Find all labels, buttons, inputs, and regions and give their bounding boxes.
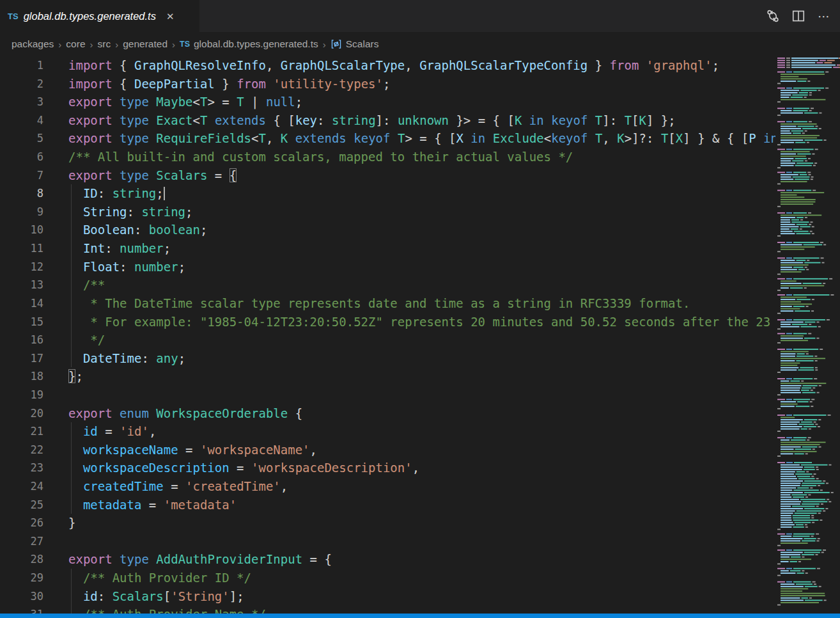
code-line-text[interactable]: }; [68, 367, 83, 386]
line-number[interactable]: 26 [0, 514, 43, 532]
code-line-text[interactable]: export type AddAuthProviderInput = { [68, 550, 332, 569]
code-line-text[interactable]: export enum WorkspaceOrderable { [68, 404, 302, 423]
code-line-text[interactable]: Boolean: boolean; [68, 221, 207, 239]
code-line[interactable]: 18}; [0, 367, 775, 386]
code-line[interactable]: 11 Int: number; [0, 239, 775, 258]
line-number[interactable]: 24 [0, 477, 43, 496]
line-number[interactable]: 13 [0, 276, 43, 294]
code-line[interactable]: 4export type Exact<T extends { [key: str… [0, 111, 775, 130]
code-line[interactable]: 25 metadata = 'metadata' [0, 496, 775, 514]
line-number[interactable]: 15 [0, 313, 43, 331]
code-line[interactable]: 10 Boolean: boolean; [0, 221, 775, 239]
code-line[interactable]: 30 id: Scalars['String']; [0, 587, 775, 606]
breadcrumb-filename[interactable]: global.db.types.generated.ts [194, 38, 318, 50]
tab-close-icon[interactable]: ✕ [165, 10, 176, 22]
line-number[interactable]: 19 [0, 386, 43, 404]
line-number[interactable]: 11 [0, 239, 43, 258]
code-line[interactable]: 14 * The DateTime scalar type represents… [0, 294, 775, 313]
line-number[interactable]: 27 [0, 532, 43, 551]
code-line-text[interactable]: */ [68, 331, 105, 349]
split-editor-icon[interactable] [789, 6, 808, 26]
code-line[interactable]: 16 */ [0, 331, 775, 349]
code-line-text[interactable]: metadata = 'metadata' [68, 496, 237, 514]
code-line[interactable]: 6/** All built-in and custom scalars, ma… [0, 148, 775, 166]
line-number[interactable]: 25 [0, 496, 43, 514]
code-line-text[interactable]: Float: number; [68, 258, 185, 276]
code-area[interactable]: 1import { GraphQLResolveInfo, GraphQLSca… [0, 56, 775, 614]
code-line[interactable]: 13 /** [0, 276, 775, 294]
code-line-text[interactable]: Int: number; [68, 239, 171, 258]
code-line-text[interactable]: } [68, 514, 75, 532]
line-number[interactable]: 14 [0, 294, 43, 313]
code-line[interactable]: 26} [0, 514, 775, 532]
code-line[interactable]: 24 createdTime = 'createdTime', [0, 477, 775, 496]
open-changes-icon[interactable] [763, 6, 782, 26]
code-line-text[interactable]: createdTime = 'createdTime', [68, 477, 288, 496]
line-number[interactable]: 28 [0, 550, 43, 569]
code-editor[interactable]: 1import { GraphQLResolveInfo, GraphQLSca… [0, 56, 840, 614]
line-number[interactable]: 16 [0, 331, 43, 349]
code-line[interactable]: 1import { GraphQLResolveInfo, GraphQLSca… [0, 56, 775, 75]
code-line[interactable]: 19 [0, 386, 775, 404]
code-line[interactable]: 9 String: string; [0, 203, 775, 221]
code-line[interactable]: 28export type AddAuthProviderInput = { [0, 550, 775, 569]
line-number[interactable]: 12 [0, 258, 43, 276]
code-line-text[interactable]: * The DateTime scalar type represents da… [68, 294, 690, 313]
line-number[interactable]: 22 [0, 441, 43, 459]
line-number[interactable]: 6 [0, 148, 43, 166]
code-line[interactable]: 17 DateTime: any; [0, 349, 775, 368]
line-number[interactable]: 8 [0, 184, 43, 203]
code-line-text[interactable]: /** All built-in and custom scalars, map… [68, 148, 573, 166]
code-line[interactable]: 23 workspaceDescription = 'workspaceDesc… [0, 459, 775, 477]
code-line-text[interactable]: export type Exact<T extends { [key: stri… [68, 111, 676, 130]
status-bar[interactable] [0, 614, 840, 618]
code-line-text[interactable]: /** Auth Provider ID */ [68, 569, 251, 587]
line-number[interactable]: 9 [0, 203, 43, 221]
line-number[interactable]: 5 [0, 129, 43, 148]
code-line[interactable]: 3export type Maybe<T> = T | null; [0, 93, 775, 111]
code-line[interactable]: 22 workspaceName = 'workspaceName', [0, 441, 775, 459]
code-line[interactable]: 21 id = 'id', [0, 422, 775, 441]
code-line-text[interactable]: String: string; [68, 203, 193, 221]
line-number[interactable]: 29 [0, 569, 43, 587]
breadcrumb-generated[interactable]: generated [123, 38, 167, 50]
code-line-text[interactable]: /** Auth Provider Name */ [68, 605, 266, 614]
tab-global-db-types[interactable]: TS global.db.types.generated.ts ✕ [0, 0, 199, 32]
code-line[interactable]: 5export type RequireFields<T, K extends … [0, 129, 775, 148]
code-line-text[interactable]: export type Maybe<T> = T | null; [68, 93, 302, 111]
breadcrumb-src[interactable]: src [98, 38, 111, 50]
breadcrumb-symbol-scalars[interactable]: Scalars [346, 38, 379, 50]
code-line[interactable]: 12 Float: number; [0, 258, 775, 276]
line-number[interactable]: 10 [0, 221, 43, 239]
code-line[interactable]: 15 * For example: "1985-04-12T23:20:50.5… [0, 313, 775, 331]
code-line-text[interactable]: workspaceDescription = 'workspaceDescrip… [68, 459, 419, 477]
code-line[interactable]: 29 /** Auth Provider ID */ [0, 569, 775, 587]
code-line[interactable]: 20export enum WorkspaceOrderable { [0, 404, 775, 423]
line-number[interactable]: 31 [0, 605, 43, 614]
line-number[interactable]: 18 [0, 367, 43, 386]
code-line-text[interactable]: export type RequireFields<T, K extends k… [68, 129, 775, 148]
code-line-text[interactable]: ID: string; [68, 184, 165, 203]
code-line[interactable]: 2import { DeepPartial } from 'utility-ty… [0, 75, 775, 93]
code-line-text[interactable]: workspaceName = 'workspaceName', [68, 441, 317, 459]
line-number[interactable]: 4 [0, 111, 43, 130]
code-line-text[interactable]: import { GraphQLResolveInfo, GraphQLScal… [68, 56, 719, 75]
line-number[interactable]: 23 [0, 459, 43, 477]
code-line-text[interactable]: export type Scalars = { [68, 166, 237, 185]
code-line[interactable]: 27 [0, 532, 775, 551]
code-line-text[interactable]: import { DeepPartial } from 'utility-typ… [68, 75, 390, 93]
code-line[interactable]: 31 /** Auth Provider Name */ [0, 605, 775, 614]
code-line-text[interactable]: DateTime: any; [68, 349, 185, 368]
more-actions-icon[interactable]: ⋯ [814, 6, 834, 26]
code-line[interactable]: 7export type Scalars = { [0, 166, 775, 185]
minimap[interactable] [775, 56, 840, 614]
line-number[interactable]: 2 [0, 75, 43, 93]
code-line-text[interactable]: id = 'id', [68, 422, 156, 441]
line-number[interactable]: 17 [0, 349, 43, 368]
breadcrumb-core[interactable]: core [66, 38, 85, 50]
code-line-text[interactable]: * For example: "1985-04-12T23:20:50.52Z"… [68, 313, 770, 331]
line-number[interactable]: 7 [0, 166, 43, 185]
code-line-text[interactable]: id: Scalars['String']; [68, 587, 244, 606]
line-number[interactable]: 1 [0, 56, 43, 75]
line-number[interactable]: 3 [0, 93, 43, 111]
